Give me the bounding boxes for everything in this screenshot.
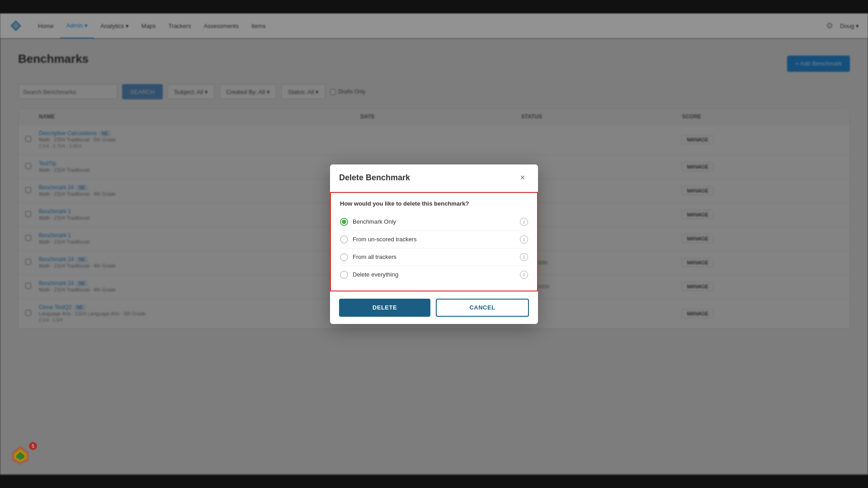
radio-benchmark-only-inner	[342, 220, 346, 224]
modal-header: Delete Benchmark ×	[330, 164, 538, 192]
bottom-bar	[0, 474, 868, 488]
radio-delete-everything[interactable]	[340, 271, 348, 279]
option-delete-everything[interactable]: Delete everything i	[340, 266, 528, 283]
option-benchmark-only-left: Benchmark Only	[340, 218, 396, 226]
option-delete-everything-label: Delete everything	[353, 271, 398, 278]
info-icon-from-unscored[interactable]: i	[520, 235, 528, 244]
modal-close-button[interactable]: ×	[516, 172, 529, 184]
modal-footer: DELETE CANCEL	[330, 291, 538, 324]
option-benchmark-only[interactable]: Benchmark Only i	[340, 213, 528, 231]
option-benchmark-only-label: Benchmark Only	[353, 218, 396, 225]
cancel-button[interactable]: CANCEL	[436, 299, 529, 317]
modal-options-container: How would you like to delete this benchm…	[330, 192, 538, 291]
delete-button[interactable]: DELETE	[339, 299, 430, 317]
radio-from-unscored[interactable]	[340, 235, 348, 244]
top-bar	[0, 0, 868, 14]
info-icon-from-all[interactable]: i	[520, 253, 528, 261]
option-from-all[interactable]: From all trackers i	[340, 249, 528, 266]
option-from-all-left: From all trackers	[340, 253, 396, 261]
delete-benchmark-modal: Delete Benchmark × How would you like to…	[330, 164, 538, 324]
options-question: How would you like to delete this benchm…	[340, 200, 528, 207]
radio-from-all[interactable]	[340, 253, 348, 261]
modal-overlay: Delete Benchmark × How would you like to…	[0, 14, 868, 474]
radio-benchmark-only[interactable]	[340, 218, 348, 226]
option-from-unscored-left: From un-scored trackers	[340, 235, 417, 244]
info-icon-benchmark-only[interactable]: i	[520, 218, 528, 226]
modal-title: Delete Benchmark	[339, 173, 410, 183]
option-from-unscored[interactable]: From un-scored trackers i	[340, 231, 528, 249]
option-from-unscored-label: From un-scored trackers	[353, 236, 417, 243]
option-delete-everything-left: Delete everything	[340, 271, 398, 279]
info-icon-delete-everything[interactable]: i	[520, 271, 528, 279]
option-from-all-label: From all trackers	[353, 253, 396, 260]
close-icon: ×	[520, 173, 525, 183]
